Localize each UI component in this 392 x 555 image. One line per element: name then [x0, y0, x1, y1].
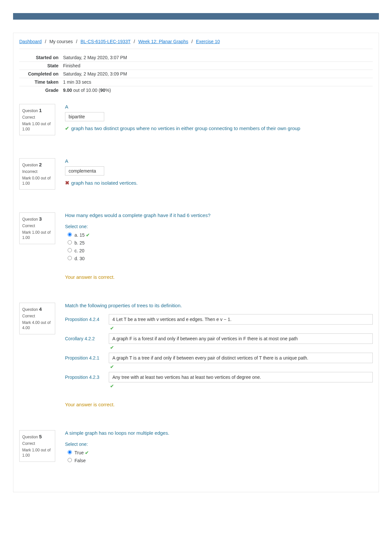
match-value-wrap: A graph F is a forest if and only if bet… [109, 333, 373, 350]
question-text: How many edges would a complete graph ha… [65, 212, 373, 218]
summary-label-state: State [19, 62, 62, 70]
check-icon: ✔ [110, 345, 373, 350]
question-block-4: Question 4 Correct Mark 4.00 out of 4.00… [19, 303, 373, 407]
summary-value-grade: 9.00 out of 10.00 (90%) [62, 86, 373, 94]
radio-c[interactable] [68, 248, 72, 252]
question-prefix: A [65, 104, 373, 109]
option-b[interactable]: b. 25 [68, 240, 373, 245]
check-icon: ✔ [110, 364, 373, 369]
breadcrumb-course[interactable]: BL-CS-6105-LEC-1933T [80, 39, 130, 44]
answer-select[interactable]: bipartite [65, 112, 104, 121]
question-state: Correct [22, 441, 52, 446]
question-text: Match the following properties of trees … [65, 303, 373, 308]
question-content: Match the following properties of trees … [65, 303, 373, 407]
option-true[interactable]: True ✔ [68, 450, 373, 455]
check-icon: ✔ [110, 326, 373, 331]
option-label: d. 30 [74, 256, 85, 261]
check-icon: ✔ [110, 383, 373, 389]
breadcrumb-sep: / [191, 39, 193, 44]
breadcrumb-sep: / [134, 39, 135, 44]
radio-b[interactable] [68, 240, 72, 244]
match-select[interactable]: A graph F is a forest if and only if bet… [109, 333, 373, 344]
match-select[interactable]: A graph T is a tree if and only if betwe… [109, 353, 373, 363]
question-info: Question 1 Correct Mark 1.00 out of 1.00 [19, 104, 55, 135]
question-word: Question [22, 109, 39, 113]
question-content: A simple graph has no loops nor multiple… [65, 430, 373, 466]
question-info: Question 3 Correct Mark 1.00 out of 1.00 [19, 212, 55, 244]
question-mark: Mark 0.00 out of 1.00 [22, 176, 52, 186]
question-mark: Mark 1.00 out of 1.00 [22, 448, 52, 458]
question-content: A bipartite ✔graph has two distinct grou… [65, 104, 373, 135]
check-icon: ✔ [65, 126, 69, 131]
summary-value-completed: Saturday, 2 May 2020, 3:09 PM [62, 70, 373, 78]
match-row: Corollary 4.2.2 A graph F is a forest if… [65, 333, 373, 350]
question-block-5: Question 5 Correct Mark 1.00 out of 1.00… [19, 430, 373, 466]
question-word: Question [22, 307, 39, 312]
match-row: Proposition 4.2.1 A graph T is a tree if… [65, 353, 373, 369]
match-row: Proposition 4.2.4 4 Let T be a tree with… [65, 314, 373, 331]
question-text: A simple graph has no loops nor multiple… [65, 430, 373, 436]
summary-label-completed: Completed on [19, 70, 62, 78]
question-state: Correct [22, 314, 52, 318]
feedback-text: graph has two distinct groups where no v… [71, 126, 300, 131]
feedback-text: graph has no isolated vertices. [71, 180, 138, 186]
option-c[interactable]: c. 20 [68, 248, 373, 253]
summary-label-started: Started on [19, 54, 62, 62]
question-block-2: Question 2 Incorrect Mark 0.00 out of 1.… [19, 158, 373, 190]
summary-value-time: 1 min 33 secs [62, 78, 373, 86]
attempt-summary-table: Started on Saturday, 2 May 2020, 3:07 PM… [19, 54, 373, 94]
match-label: Corollary 4.2.2 [65, 333, 101, 341]
question-feedback: ✔graph has two distinct groups where no … [65, 126, 373, 131]
quiz-review-region: Dashboard / My courses / BL-CS-6105-LEC-… [13, 33, 379, 492]
question-block-3: Question 3 Correct Mark 1.00 out of 1.00… [19, 212, 373, 280]
match-select[interactable]: Any tree with at least two vertices has … [109, 372, 373, 382]
summary-label-time: Time taken [19, 78, 62, 86]
match-label: Proposition 4.2.3 [65, 372, 101, 380]
select-prompt: Select one: [65, 224, 373, 229]
match-row: Proposition 4.2.3 Any tree with at least… [65, 372, 373, 389]
question-number: 5 [39, 434, 41, 439]
question-info: Question 4 Correct Mark 4.00 out of 4.00 [19, 303, 55, 334]
question-state: Correct [22, 224, 52, 228]
match-value-wrap: 4 Let T be a tree with v vertices and e … [109, 314, 373, 331]
radio-false[interactable] [68, 458, 72, 462]
answer-select[interactable]: complementa [65, 166, 104, 176]
match-select[interactable]: 4 Let T be a tree with v vertices and e … [109, 314, 373, 325]
radio-d[interactable] [68, 256, 72, 260]
question-block-1: Question 1 Correct Mark 1.00 out of 1.00… [19, 104, 373, 135]
question-number: 2 [39, 162, 41, 167]
summary-value-started: Saturday, 2 May 2020, 3:07 PM [62, 54, 373, 62]
option-false[interactable]: False [68, 458, 373, 463]
question-mark: Mark 1.00 out of 1.00 [22, 122, 52, 132]
option-a[interactable]: a. 15 ✔ [68, 232, 373, 238]
question-prefix: A [65, 158, 373, 164]
summary-label-grade: Grade [19, 86, 62, 94]
question-number: 1 [39, 108, 41, 113]
question-word: Question [22, 435, 39, 439]
answer-options: True ✔ False [68, 450, 373, 463]
question-mark: Mark 1.00 out of 1.00 [22, 230, 52, 240]
option-label: False [74, 458, 86, 463]
grade-percent: 90 [100, 88, 106, 93]
breadcrumb-week[interactable]: Week 12: Planar Graphs [138, 39, 188, 44]
breadcrumb-dashboard[interactable]: Dashboard [19, 39, 42, 44]
check-icon: ✔ [86, 232, 90, 238]
option-label: c. 20 [74, 248, 84, 253]
question-feedback: ✖graph has no isolated vertices. [65, 180, 373, 186]
match-value-wrap: Any tree with at least two vertices has … [109, 372, 373, 389]
radio-a[interactable] [68, 232, 72, 237]
answer-options: a. 15 ✔ b. 25 c. 20 d. 30 [68, 232, 373, 261]
match-label: Proposition 4.2.4 [65, 314, 101, 322]
breadcrumb-activity[interactable]: Exercise 10 [196, 39, 220, 44]
question-word: Question [22, 163, 39, 167]
header-band [13, 13, 379, 20]
radio-true[interactable] [68, 450, 72, 454]
question-mark: Mark 4.00 out of 4.00 [22, 320, 52, 330]
match-value-wrap: A graph T is a tree if and only if betwe… [109, 353, 373, 369]
grade-text: out of 10.00 ( [72, 88, 100, 93]
breadcrumb-sep: / [76, 39, 77, 44]
option-d[interactable]: d. 30 [68, 256, 373, 261]
question-number: 4 [39, 306, 41, 312]
question-word: Question [22, 217, 39, 222]
question-content: A complementa ✖graph has no isolated ver… [65, 158, 373, 190]
